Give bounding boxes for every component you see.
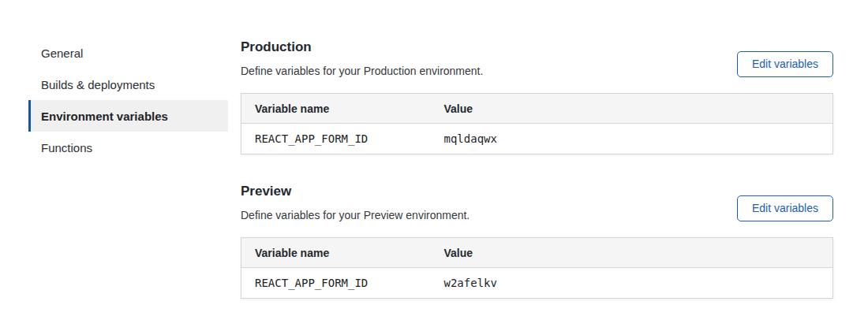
table-header-row: Variable name Value [241,94,833,124]
sidebar-item-general[interactable]: General [28,37,228,69]
section-description-production: Define variables for your Production env… [241,65,483,77]
sidebar-item-builds-deployments[interactable]: Builds & deployments [28,69,228,100]
variable-value-cell: mqldaqwx [431,124,833,154]
section-description-preview: Define variables for your Preview enviro… [241,209,470,221]
variable-value-cell: w2afelkv [431,268,833,299]
table-row: REACT_APP_FORM_ID w2afelkv [241,268,833,299]
table-row: REACT_APP_FORM_ID mqldaqwx [241,124,833,154]
variable-name-cell: REACT_APP_FORM_ID [241,268,431,299]
section-title-production: Production [241,39,483,55]
production-section-text: Production Define variables for your Pro… [241,39,483,77]
environment-variables-content: Production Define variables for your Pro… [241,39,833,328]
settings-sidebar: General Builds & deployments Environment… [28,37,228,328]
sidebar-item-environment-variables[interactable]: Environment variables [28,100,228,132]
settings-page: General Builds & deployments Environment… [0,0,868,328]
sidebar-item-label: General [41,46,83,60]
sidebar-item-functions[interactable]: Functions [28,132,228,163]
production-variables-table: Variable name Value REACT_APP_FORM_ID mq… [241,93,833,154]
preview-variables-table: Variable name Value REACT_APP_FORM_ID w2… [241,237,833,299]
variable-name-cell: REACT_APP_FORM_ID [241,124,431,154]
table-header-row: Variable name Value [241,238,833,268]
preview-section-text: Preview Define variables for your Previe… [241,184,470,221]
edit-variables-button-production[interactable]: Edit variables [737,51,833,77]
production-section: Production Define variables for your Pro… [241,39,833,154]
edit-variables-button-preview[interactable]: Edit variables [737,195,833,221]
sidebar-item-label: Environment variables [41,110,168,123]
production-section-header: Production Define variables for your Pro… [241,39,833,77]
sidebar-item-label: Builds & deployments [41,78,155,91]
sidebar-item-label: Functions [41,141,92,154]
section-title-preview: Preview [241,184,470,199]
preview-section-header: Preview Define variables for your Previe… [241,184,833,221]
column-header-variable-name: Variable name [241,94,431,124]
column-header-variable-name: Variable name [241,238,431,268]
column-header-value: Value [431,94,833,124]
preview-section: Preview Define variables for your Previe… [241,184,833,299]
column-header-value: Value [431,238,833,268]
